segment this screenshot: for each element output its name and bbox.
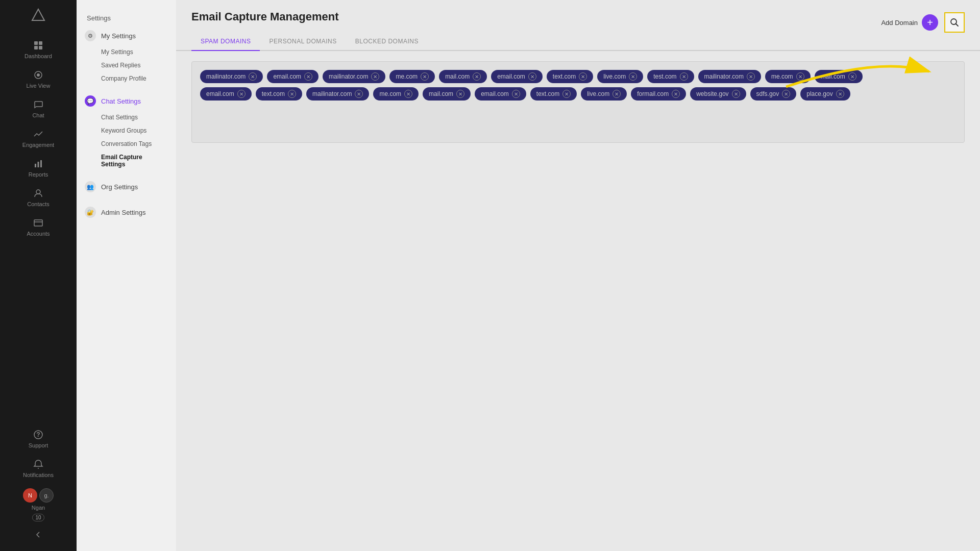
menu-parent-chat-settings[interactable]: 💬 Chat Settings	[77, 91, 176, 111]
menu-child-my-settings[interactable]: My Settings	[77, 45, 176, 59]
menu-child-saved-replies[interactable]: Saved Replies	[77, 59, 176, 72]
svg-marker-0	[32, 9, 44, 20]
remove-domain-button[interactable]: ✕	[672, 90, 680, 98]
remove-domain-button[interactable]: ✕	[512, 90, 520, 98]
tab-personal-domains[interactable]: PERSONAL DOMAINS	[260, 33, 346, 50]
left-navigation: Dashboard Live View Chat Engagement Repo…	[0, 0, 77, 551]
page-header: Email Capture Management Add Domain +	[176, 0, 980, 33]
svg-text:?: ?	[36, 431, 40, 438]
nav-item-reports[interactable]: Reports	[0, 153, 77, 183]
domain-tag: mail.com✕	[439, 70, 487, 83]
settings-sidebar: Settings ⚙ My Settings My Settings Saved…	[77, 0, 176, 551]
reports-icon	[33, 158, 44, 169]
tab-blocked-domains[interactable]: BLOCKED DOMAINS	[346, 33, 428, 50]
notification-badge: 10	[32, 514, 44, 521]
admin-settings-icon: 🔐	[85, 207, 96, 218]
search-button[interactable]	[944, 12, 965, 33]
domain-tag: me.com✕	[389, 70, 435, 83]
domain-tag: website.gov✕	[690, 87, 746, 101]
domain-tag: email.com✕	[200, 87, 252, 101]
domain-tag: me.com✕	[765, 70, 811, 83]
user-avatar: N	[23, 488, 37, 503]
nav-item-notifications[interactable]: Notifications	[0, 454, 77, 483]
svg-line-17	[956, 24, 959, 27]
domain-tag: mailinator.com✕	[323, 70, 385, 83]
menu-parent-my-settings[interactable]: ⚙ My Settings	[77, 26, 176, 45]
domain-tag: live.com✕	[597, 70, 643, 83]
add-domain-plus-icon: +	[922, 14, 938, 31]
nav-item-contacts[interactable]: Contacts	[0, 183, 77, 212]
nav-item-accounts[interactable]: Accounts	[0, 212, 77, 242]
contacts-icon	[33, 188, 44, 199]
remove-domain-button[interactable]: ✕	[473, 72, 481, 81]
remove-domain-button[interactable]: ✕	[836, 90, 844, 98]
domain-tag: me.com✕	[373, 87, 419, 101]
nav-item-support[interactable]: ? Support	[0, 424, 77, 454]
remove-domain-button[interactable]: ✕	[680, 72, 688, 81]
domain-tag: text.com✕	[547, 70, 593, 83]
remove-domain-button[interactable]: ✕	[562, 90, 571, 98]
dashboard-icon	[33, 40, 44, 51]
header-actions: Add Domain +	[881, 10, 965, 33]
domains-container: mailinator.com✕email.com✕mailinator.com✕…	[191, 61, 965, 143]
domain-tag: mailinator.com✕	[306, 87, 369, 101]
main-content: Email Capture Management Add Domain + SP…	[176, 0, 980, 551]
remove-domain-button[interactable]: ✕	[404, 90, 412, 98]
add-domain-button[interactable]: Add Domain +	[881, 14, 938, 31]
nav-item-dashboard[interactable]: Dashboard	[0, 35, 77, 64]
tab-spam-domains[interactable]: SPAM DOMAINS	[191, 33, 260, 50]
remove-domain-button[interactable]: ✕	[421, 72, 429, 81]
accounts-icon	[33, 217, 44, 229]
support-icon: ?	[33, 429, 44, 440]
remove-domain-button[interactable]: ✕	[796, 72, 804, 81]
collapse-nav-button[interactable]	[34, 527, 42, 545]
remove-domain-button[interactable]: ✕	[371, 72, 379, 81]
menu-child-email-capture-settings[interactable]: Email Capture Settings	[77, 151, 176, 171]
remove-domain-button[interactable]: ✕	[629, 72, 637, 81]
domain-tag: mailinator.com✕	[698, 70, 761, 83]
remove-domain-button[interactable]: ✕	[848, 72, 856, 81]
remove-domain-button[interactable]: ✕	[612, 90, 621, 98]
chat-settings-icon: 💬	[85, 95, 96, 107]
remove-domain-button[interactable]: ✕	[579, 72, 587, 81]
menu-group-admin-settings: 🔐 Admin Settings	[77, 203, 176, 222]
remove-domain-button[interactable]: ✕	[747, 72, 755, 81]
remove-domain-button[interactable]: ✕	[782, 90, 790, 98]
logo[interactable]	[29, 6, 47, 24]
svg-rect-9	[40, 160, 42, 167]
menu-child-company-profile[interactable]: Company Profile	[77, 72, 176, 85]
menu-parent-org-settings[interactable]: 👥 Org Settings	[77, 177, 176, 196]
domain-tag: mail.com✕	[815, 70, 863, 83]
domain-tag: email.com✕	[475, 87, 526, 101]
svg-rect-2	[39, 41, 42, 45]
remove-domain-button[interactable]: ✕	[237, 90, 246, 98]
remove-domain-button[interactable]: ✕	[528, 72, 536, 81]
org-settings-icon: 👥	[85, 181, 96, 192]
remove-domain-button[interactable]: ✕	[249, 72, 257, 81]
menu-child-keyword-groups[interactable]: Keyword Groups	[77, 124, 176, 137]
menu-group-chat-settings: 💬 Chat Settings Chat Settings Keyword Gr…	[77, 91, 176, 171]
live-view-icon	[33, 69, 44, 81]
settings-section-title: Settings	[77, 10, 176, 26]
domain-tag: mailinator.com✕	[200, 70, 263, 83]
nav-item-engagement[interactable]: Engagement	[0, 123, 77, 153]
remove-domain-button[interactable]: ✕	[304, 72, 312, 81]
domain-tag: live.com✕	[581, 87, 627, 101]
my-settings-icon: ⚙	[85, 30, 96, 41]
remove-domain-button[interactable]: ✕	[288, 90, 296, 98]
remove-domain-button[interactable]: ✕	[456, 90, 464, 98]
search-icon	[950, 18, 959, 27]
remove-domain-button[interactable]: ✕	[355, 90, 363, 98]
menu-parent-admin-settings[interactable]: 🔐 Admin Settings	[77, 203, 176, 222]
menu-child-chat-settings[interactable]: Chat Settings	[77, 111, 176, 124]
chat-icon	[33, 99, 44, 110]
svg-rect-7	[35, 164, 36, 167]
domain-tag: formail.com✕	[631, 87, 686, 101]
remove-domain-button[interactable]: ✕	[732, 90, 740, 98]
nav-item-chat[interactable]: Chat	[0, 94, 77, 123]
nav-item-user[interactable]: N g. Ngan 10	[0, 483, 77, 527]
menu-child-conversation-tags[interactable]: Conversation Tags	[77, 137, 176, 151]
nav-item-live-view[interactable]: Live View	[0, 64, 77, 94]
engagement-icon	[33, 129, 44, 140]
domains-row-1: mailinator.com✕email.com✕mailinator.com✕…	[200, 70, 956, 83]
